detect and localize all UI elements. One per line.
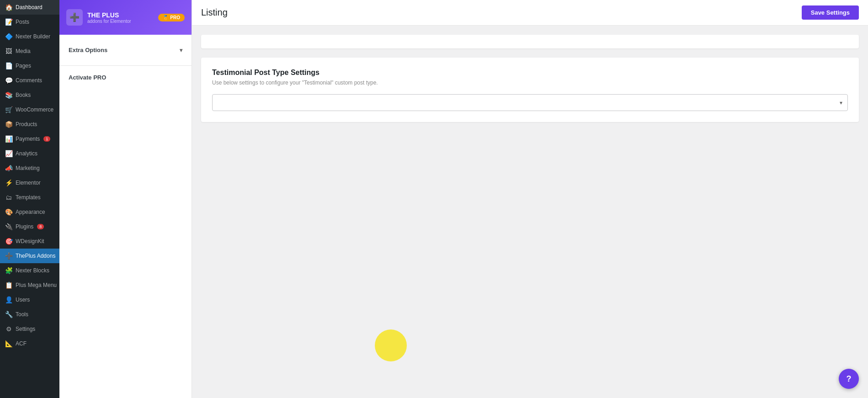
plugin-name: THE PLUS xyxy=(87,11,131,19)
analytics-icon: 📈 xyxy=(5,149,13,158)
sidebar-item-tools[interactable]: 🔧 Tools xyxy=(0,307,59,322)
pro-badge[interactable]: 🏅 PRO xyxy=(158,14,185,21)
sidebar-label-nexter-blocks: Nexter Blocks xyxy=(16,267,49,274)
sidebar-label-payments: Payments xyxy=(16,136,40,142)
sidebar-label-theplus-addons: ThePlus Addons xyxy=(16,253,55,259)
plugin-subtitle: addons for Elementor xyxy=(87,19,131,24)
pro-label: PRO xyxy=(170,15,180,20)
nexter-builder-icon: 🔷 xyxy=(5,32,13,41)
sidebar-item-nexter-builder[interactable]: 🔷 Nexter Builder xyxy=(0,29,59,44)
payments-icon: 📊 xyxy=(5,135,13,143)
books-icon: 📚 xyxy=(5,91,13,99)
nexter-blocks-icon: 🧩 xyxy=(5,266,13,275)
sidebar-item-appearance[interactable]: 🎨 Appearance xyxy=(0,205,59,219)
settings-panel-title: Testimonial Post Type Settings xyxy=(212,69,848,77)
media-icon: 🖼 xyxy=(5,47,13,55)
users-icon: 👤 xyxy=(5,296,13,304)
wdesignkit-icon: 🎯 xyxy=(5,237,13,245)
elementor-icon: ⚡ xyxy=(5,179,13,187)
sidebar-label-books: Books xyxy=(16,92,31,98)
sidebar-label-nexter-builder: Nexter Builder xyxy=(16,33,50,40)
badge-payments: 1 xyxy=(43,136,50,142)
posts-icon: 📝 xyxy=(5,18,13,26)
sidebar-item-acf[interactable]: 📐 ACF xyxy=(0,336,59,351)
sidebar-label-pages: Pages xyxy=(16,63,31,69)
sidebar-label-wdesignkit: WDesignKit xyxy=(16,238,44,244)
help-button[interactable]: ? xyxy=(839,369,859,389)
sidebar-item-elementor[interactable]: ⚡ Elementor xyxy=(0,175,59,190)
sidebar-label-plugins: Plugins xyxy=(16,223,33,230)
sidebar-item-comments[interactable]: 💬 Comments xyxy=(0,73,59,88)
plugin-top-nav xyxy=(59,35,192,42)
products-icon: 📦 xyxy=(5,120,13,128)
sidebar-item-marketing[interactable]: 📣 Marketing xyxy=(0,161,59,175)
sidebar-item-media[interactable]: 🖼 Media xyxy=(0,44,59,58)
sidebar-label-acf: ACF xyxy=(16,340,27,347)
activate-pro-label: Activate PRO xyxy=(69,70,182,85)
sidebar-label-settings: Settings xyxy=(16,326,35,332)
sidebar-item-books[interactable]: 📚 Books xyxy=(0,88,59,102)
sidebar-label-media: Media xyxy=(16,48,31,54)
tabs-row xyxy=(201,35,859,48)
sidebar-item-analytics[interactable]: 📈 Analytics xyxy=(0,146,59,161)
sidebar-item-plugins[interactable]: 🔌 Plugins 8 xyxy=(0,219,59,234)
chevron-down-icon: ▾ xyxy=(180,47,182,53)
acf-icon: 📐 xyxy=(5,340,13,348)
extra-options-toggle[interactable]: Extra Options ▾ xyxy=(59,42,192,58)
sidebar-label-dashboard: Dashboard xyxy=(16,4,43,11)
sidebar-label-templates: Templates xyxy=(16,194,41,201)
sidebar-label-elementor: Elementor xyxy=(16,180,41,186)
sidebar-item-settings[interactable]: ⚙ Settings xyxy=(0,322,59,336)
settings-icon: ⚙ xyxy=(5,325,13,333)
pro-icon: 🏅 xyxy=(163,15,168,20)
activate-pro-section: Activate PRO xyxy=(59,65,192,89)
sidebar-label-posts: Posts xyxy=(16,19,29,25)
sidebar-item-dashboard[interactable]: 🏠 Dashboard xyxy=(0,0,59,15)
plugin-logo-icon: ➕ xyxy=(66,9,83,26)
plugin-sidebar: ➕ THE PLUS addons for Elementor 🏅 PRO Ex… xyxy=(59,0,192,398)
post-type-select-wrap: ▾ xyxy=(212,94,848,111)
save-settings-button[interactable]: Save Settings xyxy=(802,5,859,20)
plugins-icon: 🔌 xyxy=(5,223,13,231)
extra-options-label: Extra Options xyxy=(69,47,107,53)
settings-panel-desc: Use below settings to configure your "Te… xyxy=(212,80,848,86)
sidebar-item-wdesignkit[interactable]: 🎯 WDesignKit xyxy=(0,234,59,249)
sidebar-item-posts[interactable]: 📝 Posts xyxy=(0,15,59,29)
sidebar-label-comments: Comments xyxy=(16,77,42,84)
sidebar-label-tools: Tools xyxy=(16,311,28,318)
plus-mega-menu-icon: 📋 xyxy=(5,281,13,289)
page-title: Listing xyxy=(201,7,228,18)
comments-icon: 💬 xyxy=(5,76,13,85)
marketing-icon: 📣 xyxy=(5,164,13,172)
sidebar-item-woocommerce[interactable]: 🛒 WooCommerce xyxy=(0,102,59,117)
main-content: Listing Save Settings Testimonial Post T… xyxy=(192,0,868,398)
sidebar-item-templates[interactable]: 🗂 Templates xyxy=(0,190,59,205)
dashboard-icon: 🏠 xyxy=(5,3,13,11)
extra-options-nav xyxy=(59,58,192,65)
sidebar-label-users: Users xyxy=(16,297,30,303)
badge-plugins: 8 xyxy=(37,224,44,229)
sidebar-item-plus-mega-menu[interactable]: 📋 Plus Mega Menu xyxy=(0,278,59,292)
sidebar-label-analytics: Analytics xyxy=(16,150,37,157)
sidebar-item-users[interactable]: 👤 Users xyxy=(0,292,59,307)
woocommerce-icon: 🛒 xyxy=(5,106,13,114)
main-header: Listing Save Settings xyxy=(192,0,868,26)
plugin-logo-text: THE PLUS addons for Elementor xyxy=(87,11,131,24)
pages-icon: 📄 xyxy=(5,62,13,70)
sidebar-item-nexter-blocks[interactable]: 🧩 Nexter Blocks xyxy=(0,263,59,278)
post-type-select[interactable] xyxy=(212,94,848,111)
sidebar-item-theplus-addons[interactable]: ➕ ThePlus Addons xyxy=(0,249,59,263)
sidebar-label-marketing: Marketing xyxy=(16,165,40,171)
theplus-addons-icon: ➕ xyxy=(5,252,13,260)
sidebar-label-appearance: Appearance xyxy=(16,209,45,215)
plugin-logo: ➕ THE PLUS addons for Elementor xyxy=(66,9,131,26)
sidebar-label-woocommerce: WooCommerce xyxy=(16,106,53,113)
sidebar-item-payments[interactable]: 📊 Payments 1 xyxy=(0,132,59,146)
sidebar-item-products[interactable]: 📦 Products xyxy=(0,117,59,132)
appearance-icon: 🎨 xyxy=(5,208,13,216)
sidebar-label-plus-mega-menu: Plus Mega Menu xyxy=(16,282,57,288)
wp-admin-sidebar: 🏠 Dashboard 📝 Posts 🔷 Nexter Builder 🖼 M… xyxy=(0,0,59,398)
plugin-header: ➕ THE PLUS addons for Elementor 🏅 PRO xyxy=(59,0,192,35)
sidebar-item-pages[interactable]: 📄 Pages xyxy=(0,58,59,73)
settings-panel: Testimonial Post Type Settings Use below… xyxy=(201,58,859,122)
